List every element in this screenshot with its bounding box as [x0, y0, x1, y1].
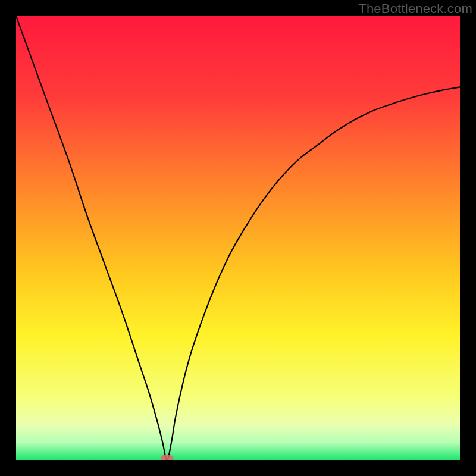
- chart-svg: [16, 16, 460, 460]
- plot-area: [16, 16, 460, 460]
- watermark-text: TheBottleneck.com: [358, 1, 472, 17]
- gradient-background: [16, 16, 460, 460]
- chart-frame: TheBottleneck.com: [0, 0, 476, 476]
